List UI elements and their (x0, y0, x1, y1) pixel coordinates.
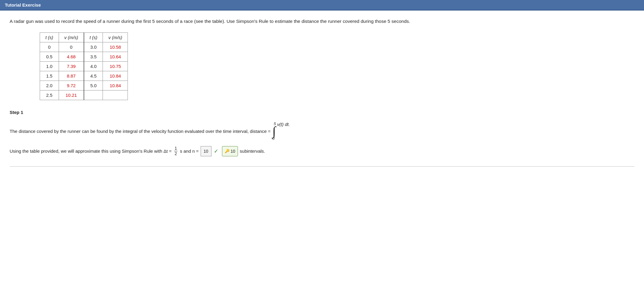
col2-v-header: v (m/s) (103, 32, 128, 42)
data-table-container: t (s) v (m/s) t (s) v (m/s) 003.010.580.… (40, 32, 634, 100)
cell-t2: 3.0 (84, 42, 103, 52)
col1-v-header: v (m/s) (59, 32, 84, 42)
problem-text: A radar gun was used to record the speed… (10, 18, 634, 25)
step1-line2: Using the table provided, we will approx… (10, 146, 634, 157)
table-row: 2.09.725.010.84 (40, 81, 128, 90)
main-content: A radar gun was used to record the speed… (0, 11, 644, 174)
cell-v2: 10.75 (103, 61, 128, 71)
cell-t1: 2.0 (40, 81, 59, 90)
cell-t2: 3.5 (84, 52, 103, 61)
cell-v2: 10.84 (103, 71, 128, 81)
header-title: Tutorial Exercise (5, 2, 41, 8)
line2-suffix: subintervals. (240, 147, 265, 156)
header-bar: Tutorial Exercise (0, 0, 644, 11)
key-icon: 🔑 (225, 147, 230, 155)
table-row: 2.510.21 (40, 90, 128, 100)
key-hint-value: 10 (231, 147, 236, 155)
check-mark: ✓ (214, 146, 218, 157)
step1-label: Step 1 (10, 110, 634, 115)
cell-t1: 0 (40, 42, 59, 52)
col2-t-header: t (s) (84, 32, 103, 42)
fraction-half: 1 2 (174, 146, 178, 156)
key-hint-box: 🔑 10 (222, 146, 238, 156)
integral-block: 5 ∫ 0 v(t) dt. (273, 120, 290, 142)
line2-prefix: Using the table provided, we will approx… (10, 147, 172, 156)
fraction-numerator: 1 (174, 146, 178, 151)
fraction-denominator: 2 (174, 151, 178, 156)
col1-t-header: t (s) (40, 32, 59, 42)
speed-table: t (s) v (m/s) t (s) v (m/s) 003.010.580.… (40, 32, 128, 100)
step1-section: Step 1 The distance covered by the runne… (10, 110, 634, 157)
n-input[interactable]: 10 (201, 146, 211, 156)
cell-t2: 4.0 (84, 61, 103, 71)
cell-v1: 0 (59, 42, 84, 52)
cell-t1: 2.5 (40, 90, 59, 100)
line2-mid: s and n = (180, 147, 199, 156)
cell-t1: 1.5 (40, 71, 59, 81)
integral-lower: 0 (273, 135, 275, 142)
integral-integrand: v(t) dt. (277, 120, 290, 128)
cell-t2 (84, 90, 103, 100)
cell-v1: 7.39 (59, 61, 84, 71)
cell-v2: 10.84 (103, 81, 128, 90)
cell-t1: 1.0 (40, 61, 59, 71)
cell-t2: 4.5 (84, 71, 103, 81)
table-row: 1.58.874.510.84 (40, 71, 128, 81)
step1-line1: The distance covered by the runner can b… (10, 120, 634, 142)
cell-v1: 10.21 (59, 90, 84, 100)
bottom-rule (10, 166, 634, 167)
cell-t1: 0.5 (40, 52, 59, 61)
cell-v1: 4.68 (59, 52, 84, 61)
table-row: 003.010.58 (40, 42, 128, 52)
cell-v2 (103, 90, 128, 100)
cell-v1: 8.87 (59, 71, 84, 81)
cell-v1: 9.72 (59, 81, 84, 90)
table-row: 1.07.394.010.75 (40, 61, 128, 71)
cell-t2: 5.0 (84, 81, 103, 90)
cell-v2: 10.58 (103, 42, 128, 52)
table-row: 0.54.683.510.64 (40, 52, 128, 61)
cell-v2: 10.64 (103, 52, 128, 61)
step1-line1-text: The distance covered by the runner can b… (10, 127, 271, 135)
